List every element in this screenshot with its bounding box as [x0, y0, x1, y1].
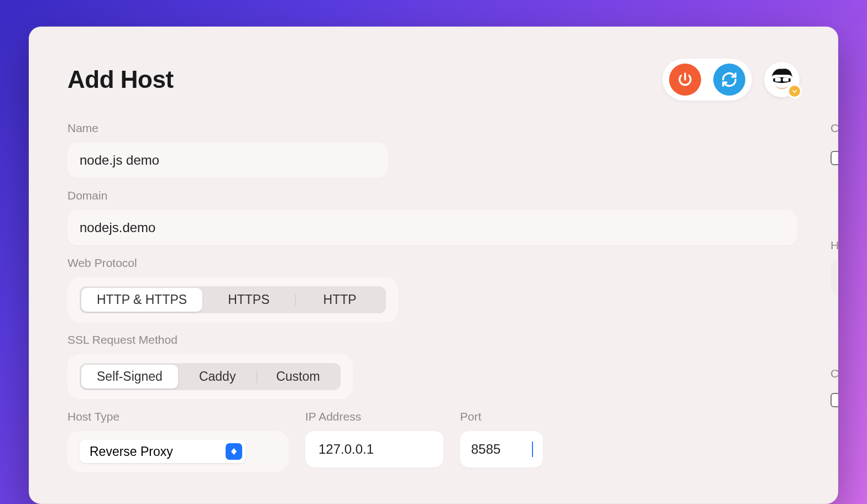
port-block: Port: [460, 410, 543, 472]
host-type-select-wrap: Reverse Proxy: [67, 431, 289, 472]
web-protocol-block: Web Protocol HTTP & HTTPS HTTPS HTTP: [67, 256, 797, 322]
avatar-container[interactable]: [764, 62, 800, 97]
web-protocol-option-both[interactable]: HTTP & HTTPS: [81, 288, 202, 312]
select-arrows-icon: [226, 443, 242, 460]
domain-input[interactable]: [67, 210, 797, 245]
custom-reverse-section-label: Custom: [831, 367, 838, 380]
svg-rect-2: [783, 78, 789, 82]
add-host-window: Add Host: [29, 27, 838, 504]
domain-label: Domain: [67, 189, 838, 202]
power-button[interactable]: [669, 64, 701, 96]
action-pill: [662, 59, 752, 101]
ssl-method-label: SSL Request Method: [67, 333, 797, 347]
http-port-label: HTTP Port: [831, 239, 838, 252]
form-grid: Name Domain Web Protocol HTTP & HTTPS HT…: [67, 122, 800, 472]
host-type-label: Host Type: [67, 410, 289, 423]
ssl-method-segment: Self-Signed Caddy Custom: [80, 363, 341, 390]
host-type-block: Host Type Reverse Proxy: [67, 410, 289, 472]
right-column: Custom Custom Configuration HTTP Port HT…: [831, 122, 838, 472]
http-port-input[interactable]: [831, 260, 838, 295]
header: Add Host: [67, 59, 800, 101]
web-protocol-option-https[interactable]: HTTPS: [202, 288, 295, 312]
port-input[interactable]: [460, 431, 543, 468]
custom-config-row: Custom Configuration: [831, 150, 838, 166]
web-protocol-option-http[interactable]: HTTP: [296, 288, 384, 312]
custom-config-checkbox[interactable]: [831, 151, 838, 165]
web-protocol-segment-outer: HTTP & HTTPS HTTPS HTTP: [67, 277, 398, 322]
ssl-option-self-signed[interactable]: Self-Signed: [81, 365, 178, 389]
name-input[interactable]: [67, 143, 388, 178]
refresh-button[interactable]: [713, 64, 745, 96]
port-input-wrap: [460, 431, 543, 468]
ssl-option-caddy[interactable]: Caddy: [178, 365, 257, 389]
page-title: Add Host: [67, 66, 174, 93]
web-protocol-label: Web Protocol: [67, 256, 797, 270]
http-port-col: HTTP Port: [831, 239, 838, 295]
web-protocol-segment: HTTP & HTTPS HTTPS HTTP: [80, 286, 386, 313]
svg-rect-1: [775, 78, 781, 82]
svg-marker-4: [231, 452, 237, 455]
custom-config-section-label: Custom: [831, 122, 838, 135]
avatar-badge: [787, 84, 802, 98]
ssl-method-block: SSL Request Method Self-Signed Caddy Cus…: [67, 333, 797, 399]
host-row: Host Type Reverse Proxy IP Address: [67, 410, 797, 472]
custom-reverse-block: Custom Custom Reverse Proxy: [831, 367, 838, 408]
spacer: [831, 177, 838, 239]
header-actions: [662, 59, 800, 101]
host-type-select[interactable]: Reverse Proxy: [80, 440, 246, 463]
spacer: [831, 306, 838, 367]
chevron-down-icon: [791, 88, 798, 95]
left-column: Name Domain Web Protocol HTTP & HTTPS HT…: [67, 122, 797, 472]
custom-reverse-checkbox[interactable]: [831, 393, 838, 407]
power-icon: [677, 71, 693, 88]
ip-input[interactable]: [305, 431, 443, 468]
custom-reverse-row: Custom Reverse Proxy: [831, 392, 838, 408]
ip-label: IP Address: [305, 410, 443, 423]
ssl-method-segment-outer: Self-Signed Caddy Custom: [67, 354, 353, 399]
ports-block: HTTP Port HTTPS Port: [831, 239, 838, 295]
port-label: Port: [460, 410, 543, 423]
ssl-option-custom[interactable]: Custom: [257, 365, 338, 389]
name-field-block: Name: [67, 122, 797, 178]
name-label: Name: [67, 122, 797, 135]
ports-row: HTTP Port HTTPS Port: [831, 239, 838, 295]
refresh-icon: [721, 71, 738, 88]
domain-field-block: Domain: [67, 189, 838, 245]
custom-config-block: Custom Custom Configuration: [831, 122, 838, 166]
ip-block: IP Address: [305, 410, 443, 472]
host-type-value: Reverse Proxy: [90, 444, 173, 459]
